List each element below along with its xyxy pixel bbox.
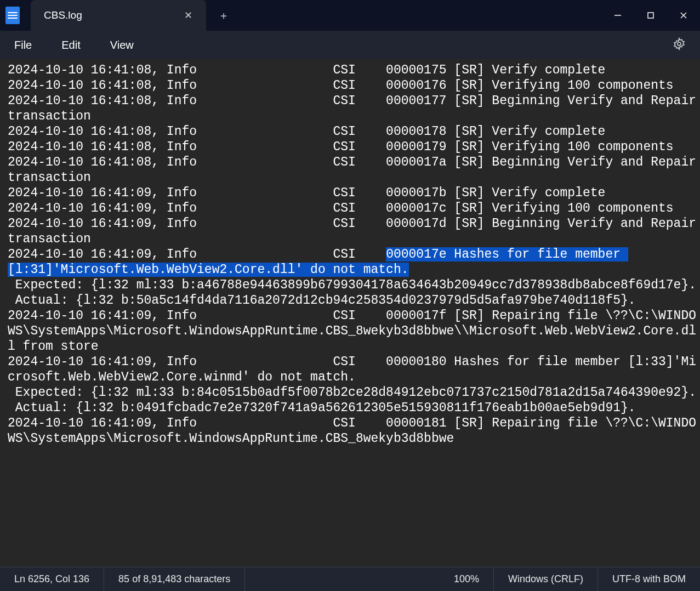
menubar: File Edit View	[0, 31, 700, 59]
window-controls	[601, 0, 700, 31]
svg-rect-1	[648, 13, 653, 18]
menu-edit[interactable]: Edit	[57, 36, 84, 55]
status-zoom[interactable]: 100%	[440, 567, 494, 591]
settings-button[interactable]	[668, 34, 690, 56]
status-line-ending[interactable]: Windows (CRLF)	[494, 567, 598, 591]
tab-title: CBS.log	[44, 9, 82, 21]
text-editor[interactable]: 2024-10-10 16:41:08, Info CSI 00000175 […	[0, 59, 700, 567]
minimize-button[interactable]	[601, 0, 634, 31]
statusbar: Ln 6256, Col 136 85 of 8,91,483 characte…	[0, 567, 700, 591]
new-tab-button[interactable]: ＋	[210, 0, 237, 31]
menu-view[interactable]: View	[106, 36, 138, 55]
tab-cbs-log[interactable]: CBS.log ✕	[31, 0, 206, 31]
notepad-app-icon	[5, 7, 20, 24]
status-char-count[interactable]: 85 of 8,91,483 characters	[104, 567, 245, 591]
titlebar: CBS.log ✕ ＋	[0, 0, 700, 31]
maximize-button[interactable]	[634, 0, 667, 31]
svg-point-4	[678, 42, 681, 46]
status-encoding[interactable]: UTF-8 with BOM	[598, 567, 700, 591]
close-tab-icon[interactable]: ✕	[181, 8, 196, 23]
menu-file[interactable]: File	[10, 36, 36, 55]
close-window-button[interactable]	[667, 0, 700, 31]
status-cursor-position[interactable]: Ln 6256, Col 136	[0, 567, 104, 591]
